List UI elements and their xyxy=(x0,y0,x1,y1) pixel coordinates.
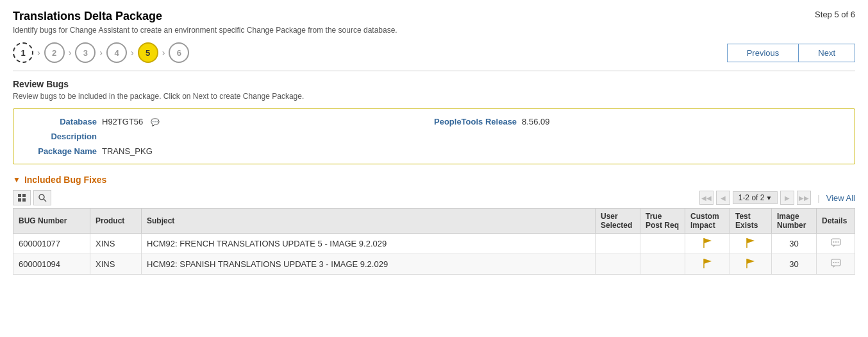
cell-product: XINS xyxy=(90,234,142,254)
bugs-table: BUG Number Product Subject User Selected… xyxy=(13,208,855,275)
cell-bug-number: 600001094 xyxy=(13,254,90,275)
cell-test-exists xyxy=(730,234,772,254)
cell-user-selected xyxy=(596,234,640,254)
description-label: Description xyxy=(26,132,97,141)
next-page-button[interactable]: ▶ xyxy=(780,191,794,205)
step-connector-2: › xyxy=(69,48,72,58)
cell-subject: HCM92: FRENCH TRANSLATIONS UPDATE 5 - IM… xyxy=(142,234,596,254)
review-title: Review Bugs xyxy=(13,79,855,89)
svg-marker-15 xyxy=(704,259,712,264)
cell-image-number: 30 xyxy=(772,234,817,254)
collapse-icon[interactable]: ▼ xyxy=(13,175,21,184)
svg-marker-17 xyxy=(747,259,755,264)
cell-details[interactable] xyxy=(817,234,855,254)
svg-point-12 xyxy=(835,241,837,243)
step-connector-4: › xyxy=(131,48,134,58)
package-name-value: TRANS_PKG xyxy=(102,146,153,156)
step-6[interactable]: 6 xyxy=(169,42,189,63)
grid-view-button[interactable] xyxy=(13,190,31,205)
cell-image-number: 30 xyxy=(772,254,817,275)
peopletools-label: PeopleTools Release xyxy=(434,117,517,126)
svg-point-11 xyxy=(833,241,834,243)
peopletools-row: PeopleTools Release 8.56.09 xyxy=(434,117,842,126)
first-page-button[interactable]: ◀◀ xyxy=(699,191,714,205)
col-header-true-post-req: True Post Req xyxy=(640,209,685,234)
database-row: Database H92TGT56 💬 xyxy=(26,117,434,126)
wizard-steps: 1 › 2 › 3 › 4 › 5 › 6 xyxy=(13,42,189,63)
svg-marker-6 xyxy=(704,238,712,243)
svg-point-21 xyxy=(835,262,837,263)
cell-test-exists xyxy=(730,254,772,275)
info-box: Database H92TGT56 💬 PeopleTools Release … xyxy=(13,108,855,164)
view-all-link[interactable]: View All xyxy=(826,193,855,203)
previous-button[interactable]: Previous xyxy=(727,44,799,62)
cell-subject: HCM92: SPANISH TRANSLATIONS UPDATE 3 - I… xyxy=(142,254,596,275)
svg-point-4 xyxy=(39,194,44,200)
cell-custom-impact xyxy=(685,234,730,254)
nav-buttons: Previous Next xyxy=(727,44,855,62)
divider xyxy=(13,71,855,71)
step-3[interactable]: 3 xyxy=(75,42,96,63)
svg-point-13 xyxy=(837,241,839,243)
review-subtitle: Review bugs to be included in the packag… xyxy=(13,92,855,101)
step-1[interactable]: 1 xyxy=(13,42,33,63)
svg-rect-0 xyxy=(18,194,21,197)
svg-marker-8 xyxy=(747,238,755,243)
col-header-product: Product xyxy=(90,209,142,234)
cell-custom-impact xyxy=(685,254,730,275)
table-header-row: BUG Number Product Subject User Selected… xyxy=(13,209,855,234)
step-4[interactable]: 4 xyxy=(106,42,127,63)
col-header-image-number: Image Number xyxy=(772,209,817,234)
search-button[interactable] xyxy=(33,190,51,205)
page-current: 1-2 of 2 xyxy=(739,193,765,202)
database-label: Database xyxy=(26,117,97,126)
cell-true-post-req xyxy=(640,234,685,254)
step-5[interactable]: 5 xyxy=(138,42,158,63)
package-name-label: Package Name xyxy=(26,146,97,156)
svg-point-22 xyxy=(837,262,839,263)
database-comment-icon[interactable]: 💬 xyxy=(151,118,160,126)
cell-user-selected xyxy=(596,254,640,275)
description-row: Description xyxy=(26,132,434,141)
included-bugs-title: Included Bug Fixes xyxy=(24,175,106,185)
svg-rect-2 xyxy=(18,198,21,202)
toolbar-left xyxy=(13,190,51,205)
table-row: 600001077 XINS HCM92: FRENCH TRANSLATION… xyxy=(13,234,855,254)
database-value: H92TGT56 xyxy=(102,117,143,126)
col-header-details: Details xyxy=(817,209,855,234)
page-indicator: 1-2 of 2 ▼ xyxy=(733,191,778,204)
last-page-button[interactable]: ▶▶ xyxy=(797,191,811,205)
table-row: 600001094 XINS HCM92: SPANISH TRANSLATIO… xyxy=(13,254,855,275)
cell-product: XINS xyxy=(90,254,142,275)
svg-line-5 xyxy=(44,199,46,202)
table-toolbar: ◀◀ ◀ 1-2 of 2 ▼ ▶ ▶▶ | View All xyxy=(13,190,855,205)
col-header-custom-impact: Custom Impact xyxy=(685,209,730,234)
page-header: Translations Delta Package Step 5 of 6 xyxy=(13,10,855,23)
cell-details[interactable] xyxy=(817,254,855,275)
step-connector-3: › xyxy=(99,48,103,58)
cell-bug-number: 600001077 xyxy=(13,234,90,254)
included-bugs-header: ▼ Included Bug Fixes xyxy=(13,175,855,185)
pagination: ◀◀ ◀ 1-2 of 2 ▼ ▶ ▶▶ | View All xyxy=(699,191,855,205)
step-connector-5: › xyxy=(162,48,165,58)
col-header-user-selected: User Selected xyxy=(596,209,640,234)
wizard-row: 1 › 2 › 3 › 4 › 5 › 6 Previous Next xyxy=(13,42,855,63)
next-button[interactable]: Next xyxy=(798,44,855,62)
step-2[interactable]: 2 xyxy=(44,42,65,63)
col-header-subject: Subject xyxy=(142,209,596,234)
col-header-test-exists: Test Exists xyxy=(730,209,772,234)
prev-page-button[interactable]: ◀ xyxy=(716,191,730,205)
svg-rect-3 xyxy=(22,198,26,202)
package-name-row: Package Name TRANS_PKG xyxy=(26,146,434,156)
svg-point-20 xyxy=(833,262,834,263)
page-subtitle: Identify bugs for Change Assistant to cr… xyxy=(13,26,855,35)
col-header-bug-number: BUG Number xyxy=(13,209,90,234)
step-info: Step 5 of 6 xyxy=(815,10,855,19)
page-title: Translations Delta Package xyxy=(13,10,162,23)
peopletools-value: 8.56.09 xyxy=(522,117,549,126)
cell-true-post-req xyxy=(640,254,685,275)
svg-rect-1 xyxy=(22,194,26,197)
step-connector-1: › xyxy=(37,48,40,58)
page-separator: | xyxy=(817,193,819,203)
page-dropdown-icon[interactable]: ▼ xyxy=(765,194,772,202)
